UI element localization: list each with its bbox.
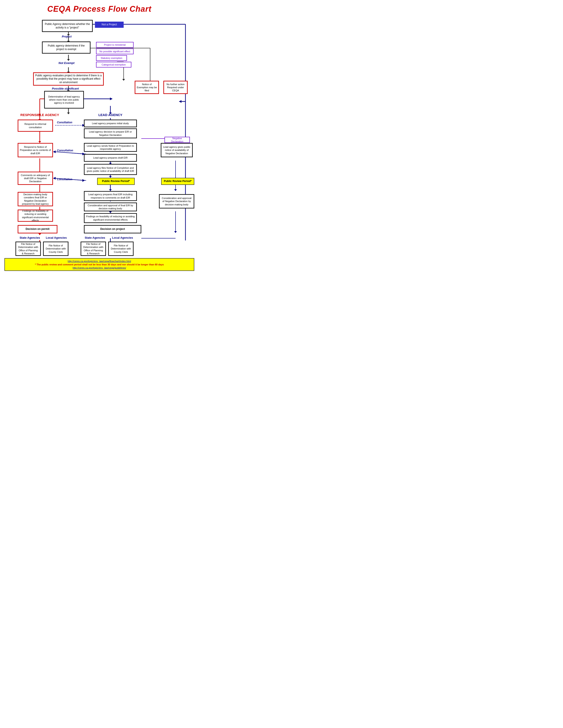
lead-decision-box: Lead agency decision to prepare EIR or N… <box>84 128 137 138</box>
footer-link1[interactable]: http://ceres.ca.gov/topic/env_law/ceqa/f… <box>7 260 192 263</box>
footer-note: * The public review and comment period s… <box>7 263 192 266</box>
svg-marker-31 <box>109 189 112 191</box>
svg-marker-35 <box>109 211 112 213</box>
svg-marker-67 <box>174 189 177 191</box>
resp-local-label: Local Agencies <box>44 236 68 239</box>
public-review-lead-box: Public Review Period* <box>97 178 135 185</box>
page-title: CEQA Process Flow Chart <box>4 4 194 14</box>
consideration-approval-eir-box: Consideration and approval of final EIR … <box>84 203 137 211</box>
lead-local-label: Local Agencies <box>110 236 135 239</box>
decision-project-box: Decision on project <box>84 225 141 233</box>
consult3-label: Consiltation <box>57 178 72 181</box>
svg-marker-13 <box>67 113 70 114</box>
determination-lead-box: Determination of lead agency where more … <box>44 91 84 109</box>
no-significant-box: No possible significant effect <box>96 49 133 54</box>
lead-sends-notice-box: Lead agency sends Notice of Preparation … <box>84 143 137 152</box>
consideration-approval-neg-box: Consideration and approval of Negative D… <box>159 194 194 208</box>
categorical-box: Categorical exemption <box>96 62 131 68</box>
svg-marker-82 <box>179 100 181 103</box>
svg-marker-61 <box>53 150 56 153</box>
comments-adequacy-box: Comments on adequacy of draft EIR or Neg… <box>18 172 53 185</box>
negative-declaration-label-box: Negative Declaration <box>164 137 190 143</box>
svg-marker-43 <box>38 141 41 143</box>
svg-marker-63 <box>53 177 56 180</box>
lead-initial-study-box: Lead agency prepares initial study <box>84 120 137 127</box>
statutory-box: Statutory exemption <box>96 55 127 61</box>
decision-permit-box: Decision on permit <box>18 225 57 233</box>
findings-resp-box: Findings on feasibility of reducing or a… <box>18 210 53 222</box>
consult1-label: Consiltation <box>57 121 72 124</box>
svg-marker-71 <box>174 231 177 233</box>
lead-agency-label: LEAD AGENCY <box>88 113 132 117</box>
resp-state-label: State Agencies <box>18 236 42 239</box>
svg-marker-59 <box>82 179 85 182</box>
public-review-neg-box: Public Review Period* <box>161 178 194 185</box>
svg-marker-51 <box>38 233 41 235</box>
ministerial-box: Project is ministerial <box>96 42 133 48</box>
lead-state-file-box: File Notice of Determination with Office… <box>81 242 106 256</box>
not-a-project-box: Not a Project <box>95 22 124 28</box>
svg-line-60 <box>55 152 86 154</box>
resp-local-file-box: File Notice of Determination with County… <box>43 242 68 256</box>
footer-link2[interactable]: http://ceres.ca.gov/topic/env_law/ceqa/g… <box>7 266 192 269</box>
lead-local-file-box: File Notice of Determination with County… <box>108 242 133 256</box>
public-agency-project-box: Public Agency determines whether the act… <box>42 20 93 32</box>
project-label: Project <box>62 35 71 38</box>
responsible-agency-label: RESPONSIBLE AGENCY <box>18 113 62 117</box>
public-agency-evaluate-box: Public agency evaluates project to deter… <box>33 72 104 86</box>
svg-marker-29 <box>109 176 112 178</box>
notice-exemption-box: Notice of Exemption may be filed <box>135 81 159 94</box>
lead-gives-public-box: Lead agency gives public notice of avail… <box>161 143 193 157</box>
no-further-box: No further action Required under CEQA <box>163 81 188 94</box>
lead-files-notice-box: Lead agency files Notice of Completion a… <box>84 164 137 175</box>
respond-informal-box: Respond to informal consultation <box>18 120 53 132</box>
consult2-label: Consultation <box>57 149 73 152</box>
lead-prepares-final-box: Lead agency prepares final EIR including… <box>84 191 137 201</box>
decision-body-considers-box: Decision-making body considers final EIR… <box>18 192 53 206</box>
public-agency-exempt-box: Public agency determines if the project … <box>42 41 90 54</box>
not-exempt-label: Not Exempt <box>58 61 74 65</box>
respond-notice-prep-box: Respond to Notice of Preparation as to c… <box>18 143 53 157</box>
possible-significant-label: Possible significant <box>52 87 79 90</box>
svg-marker-90 <box>122 79 125 81</box>
lead-state-label: State Agencies <box>83 236 107 239</box>
findings-lead-box: Findings on feasibility of reducing or a… <box>84 213 137 223</box>
lead-prepares-draft-box: Lead agency prepares draft EIR <box>84 154 137 162</box>
resp-state-file-box: File Notice of Determination with Office… <box>15 242 41 256</box>
footer: http://ceres.ca.gov/topic/env_law/ceqa/f… <box>4 258 194 271</box>
svg-line-56 <box>55 152 83 154</box>
svg-marker-92 <box>110 98 113 100</box>
svg-marker-7 <box>67 59 70 61</box>
